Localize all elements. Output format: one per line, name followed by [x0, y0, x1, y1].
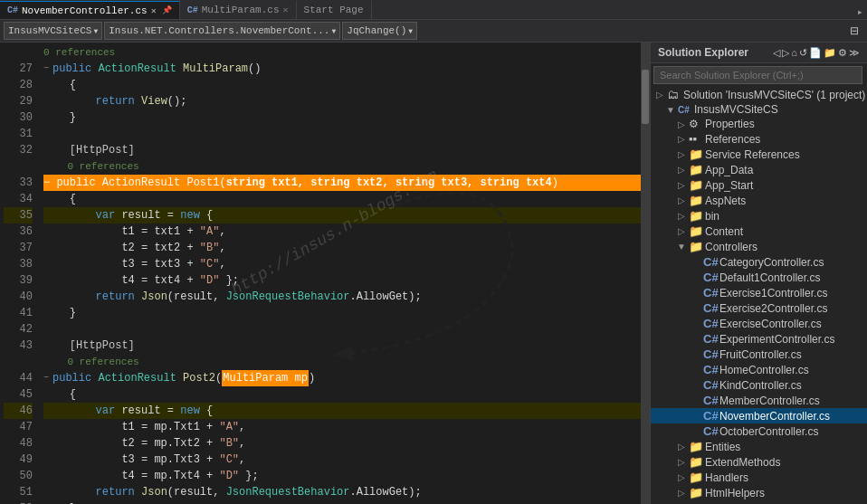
ln41: 41	[4, 305, 33, 321]
tab-close-icon[interactable]: ✕	[151, 5, 157, 16]
ln48: 48	[4, 435, 33, 452]
ln38: 38	[4, 256, 33, 272]
line-numbers: 27 28 29 30 31 32 33 34 35 36 37 38 39 4…	[0, 43, 36, 504]
kw-new2: new	[180, 403, 206, 419]
code-area: 27 28 29 30 31 32 33 34 35 36 37 38 39 4…	[0, 43, 650, 504]
kw-public3: public	[52, 370, 98, 386]
ln33-ref	[4, 158, 33, 175]
se-forward-button[interactable]: ▷	[782, 47, 789, 59]
paren-post1-close: )	[552, 175, 558, 191]
ref-count-44: 0 references	[43, 354, 139, 370]
se-back-button[interactable]: ◁	[773, 47, 780, 59]
se-item-homecontroller[interactable]: C# HomeController.cs	[651, 362, 867, 377]
se-item-appstart[interactable]: ▷ 📁 App_Start	[651, 177, 867, 193]
brace-close50: };	[239, 468, 259, 484]
tab-pin-icon[interactable]: 📌	[162, 5, 172, 15]
se-label-nc: NovemberController.cs	[719, 410, 830, 423]
tab-close-icon2[interactable]: ✕	[283, 5, 289, 15]
collapse-all-button[interactable]: ⊟	[845, 22, 863, 40]
tab-multiparam[interactable]: C# MultiParam.cs ✕	[180, 1, 297, 19]
ln34: 34	[4, 191, 33, 207]
tab-scroll-right[interactable]: ▸	[853, 5, 867, 19]
type-ar3: ActionResult	[98, 370, 183, 386]
se-item-entities[interactable]: ▷ 📁 Entities	[651, 439, 867, 454]
se-label-aspnets: AspNets	[705, 195, 746, 207]
se-home-button[interactable]: ⌂	[791, 47, 797, 59]
collapse-44[interactable]: −	[43, 370, 49, 386]
collapse-27[interactable]: −	[43, 61, 49, 77]
se-item-controllers[interactable]: ▼ 📁 Controllers	[651, 239, 867, 254]
expand-appdata: ▷	[676, 165, 687, 175]
scroll-thumb[interactable]	[642, 70, 649, 124]
se-newfile-button[interactable]: 📄	[809, 47, 822, 59]
se-item-appdata[interactable]: ▷ 📁 App_Data	[651, 162, 867, 177]
code-line-47: t1 = mp.Txt1 + "A",	[43, 419, 641, 435]
method-view: View	[141, 93, 167, 109]
str-a: "A"	[200, 223, 220, 240]
se-item-default1controller[interactable]: C# Default1Controller.cs	[651, 270, 867, 285]
se-item-extendmethods[interactable]: ▷ 📁 ExtendMethods	[651, 454, 867, 470]
method-post2: Post2	[183, 370, 215, 386]
se-sync-button[interactable]: ↺	[799, 47, 807, 59]
se-label-appdata: App_Data	[705, 164, 753, 176]
json-params2: (result,	[167, 484, 226, 500]
se-item-membercontroller[interactable]: C# MemberController.cs	[651, 393, 867, 408]
se-item-project[interactable]: ▼ C# InsusMVCSiteCS	[651, 102, 867, 117]
controllers-folder-icon: 📁	[689, 240, 703, 253]
se-label-cc: CategoryController.cs	[719, 256, 824, 269]
expand-refs: ▷	[676, 134, 687, 144]
se-item-fruitcontroller[interactable]: C# FruitController.cs	[651, 347, 867, 362]
se-item-solution[interactable]: ▷ 🗂 Solution 'InsusMVCSiteCS' (1 project…	[651, 87, 867, 102]
se-item-kindcontroller[interactable]: C# KindController.cs	[651, 377, 867, 393]
code-line-27: − public ActionResult MultiParam()	[43, 61, 641, 77]
se-item-novembercontroller[interactable]: C# NovemberController.cs	[651, 408, 867, 423]
se-item-categorycontroller[interactable]: C# CategoryController.cs	[651, 254, 867, 270]
expand-bin: ▷	[676, 211, 687, 221]
tab-startpage[interactable]: Start Page	[297, 1, 372, 19]
se-item-experimentcontroller[interactable]: C# ExperimentController.cs	[651, 331, 867, 347]
vertical-scrollbar[interactable]	[641, 43, 650, 504]
se-item-exercisecontroller[interactable]: C# ExerciseController.cs	[651, 316, 867, 331]
se-toolbar-icons: ◁ ▷ ⌂ ↺ 📄 📁 ⚙ ≫	[773, 47, 860, 59]
ln42: 42	[4, 321, 33, 338]
line50-content: t4 = mp.Txt4 +	[43, 468, 219, 484]
se-item-handlers[interactable]: ▷ 📁 Handlers	[651, 470, 867, 485]
ln37: 37	[4, 240, 33, 256]
se-item-references[interactable]: ▷ ▪▪ References	[651, 131, 867, 147]
str-d2: "D"	[219, 468, 239, 484]
se-item-exercise1controller[interactable]: C# Exercise1Controller.cs	[651, 285, 867, 300]
se-item-exercise2controller[interactable]: C# Exercise2Controller.cs	[651, 300, 867, 316]
se-title-label: Solution Explorer	[658, 46, 748, 59]
se-label-expc: ExperimentController.cs	[719, 333, 834, 346]
appdata-folder-icon: 📁	[689, 163, 703, 176]
se-search-input[interactable]	[653, 66, 862, 84]
main-area: 27 28 29 30 31 32 33 34 35 36 37 38 39 4…	[0, 43, 867, 504]
se-item-octobercontroller[interactable]: C# OctoberController.cs	[651, 423, 867, 439]
breadcrumb-method[interactable]: JqChange() ▼	[342, 22, 417, 40]
se-item-bin[interactable]: ▷ 📁 bin	[651, 208, 867, 223]
breadcrumb-class[interactable]: Insus.NET.Controllers.NovemberCont... ▼	[104, 22, 340, 40]
collapse-33[interactable]: −	[43, 175, 50, 191]
type-ar2: ActionResult	[102, 175, 187, 191]
se-label-e2c: Exercise2Controller.cs	[719, 302, 827, 315]
expand-aspnets: ▷	[676, 195, 687, 205]
cs-file-icon: C#	[7, 5, 18, 15]
breadcrumb-project[interactable]: InsusMVCSiteCS ▼	[4, 22, 102, 40]
se-more-button[interactable]: ≫	[849, 47, 860, 59]
se-item-htmlhelpers[interactable]: ▷ 📁 HtmlHelpers	[651, 485, 867, 500]
bin-folder-icon: 📁	[689, 209, 703, 223]
tab-novembercontroller[interactable]: C# NovemberController.cs ✕ 📌	[0, 1, 180, 19]
se-item-content[interactable]: ▷ 📁 Content	[651, 223, 867, 239]
cs-icon-d1c: C#	[703, 271, 718, 284]
cs-icon-cc: C#	[703, 255, 718, 269]
se-item-service-references[interactable]: ▷ 📁 Service References	[651, 147, 867, 162]
se-item-properties[interactable]: ▷ ⚙ Properties	[651, 117, 867, 131]
code-line-41: }	[43, 305, 641, 321]
se-settings-button[interactable]: ⚙	[838, 47, 847, 59]
code-lines[interactable]: http://insus.n-blogs.com 0 references − …	[36, 43, 641, 504]
cs-icon-hc: C#	[703, 363, 718, 376]
var-result: result =	[121, 207, 180, 223]
se-item-aspnets[interactable]: ▷ 📁 AspNets	[651, 193, 867, 208]
cs-icon-expc: C#	[703, 332, 718, 346]
se-newfolder-button[interactable]: 📁	[824, 47, 836, 59]
